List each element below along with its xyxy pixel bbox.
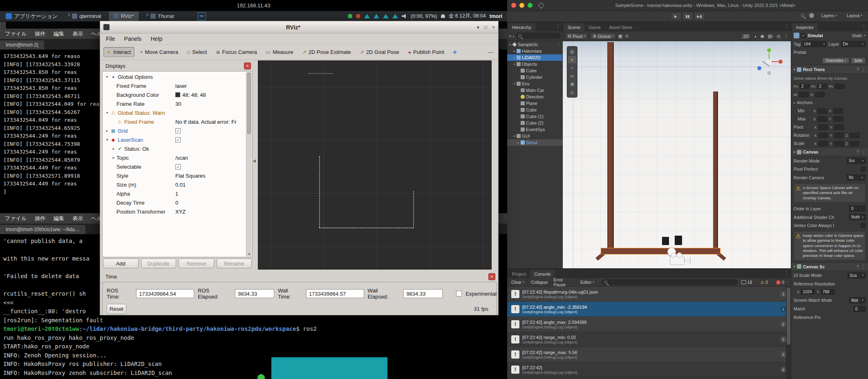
order-in-layer-field[interactable]: 0 — [849, 205, 866, 212]
select-button[interactable]: Sele — [851, 58, 866, 64]
taskbar-button-qterminal[interactable]: 2qterminal — [63, 12, 105, 21]
tool-measure[interactable]: ▭Measure — [262, 47, 297, 57]
menu-item-[interactable]: 表示 — [72, 215, 83, 222]
pos-z-field[interactable] — [835, 84, 845, 89]
menu-item-[interactable]: 操作 — [35, 215, 45, 222]
clock[interactable]: 金 6 12月, 08:04 — [449, 13, 486, 20]
layers-dropdown[interactable]: Layers▾ — [819, 13, 839, 18]
menu-item-[interactable]: 編集 — [54, 215, 64, 222]
displays-row-fixed-frame[interactable]: Fixed Framelaser — [103, 81, 252, 90]
console-entry[interactable]: ![07:22:42] filepath=urg-04lx-ug01.jsonU… — [507, 287, 791, 302]
expander-icon[interactable]: ▸ — [104, 129, 110, 133]
editor-dropdown[interactable]: Editor▾ — [578, 279, 597, 285]
remove-button[interactable]: Remove — [179, 259, 214, 268]
menu-item-file[interactable]: File — [106, 36, 115, 42]
hierarchy-item-plane[interactable]: Plane — [507, 100, 562, 107]
background-window-edge[interactable] — [0, 22, 6, 31]
max-x-field[interactable] — [817, 116, 827, 122]
background-teal-window[interactable] — [271, 357, 387, 379]
expander-icon[interactable]: ▸ — [516, 141, 521, 145]
gizmo-center-icon[interactable] — [767, 59, 772, 64]
reset-button[interactable]: Reset — [107, 304, 126, 314]
account-icon[interactable] — [809, 13, 814, 18]
panel-menu-icon[interactable]: ⋮ — [784, 24, 789, 29]
layout-dropdown[interactable]: Layout▾ — [844, 13, 865, 18]
tab-inspector[interactable]: Inspector — [792, 23, 818, 31]
scrollbar-down-icon[interactable]: ▼ — [246, 252, 252, 256]
toolbar-handle-icon[interactable]: — — [488, 49, 495, 55]
expander-icon[interactable]: ▾ — [512, 62, 517, 66]
console-entry[interactable]: ![07:22:42] range_max: 5.56UnityEngine.D… — [507, 347, 791, 362]
vertex-color-checkbox[interactable] — [861, 223, 866, 228]
item-menu-icon[interactable]: ⋮ — [557, 42, 561, 47]
height-field[interactable] — [815, 92, 825, 97]
layer-dropdown[interactable]: De▾ — [841, 41, 866, 47]
notification-bell-icon[interactable] — [441, 14, 445, 18]
match-field[interactable]: 0 — [853, 306, 866, 312]
ros-time-field[interactable]: 1733439864.54 — [136, 289, 194, 298]
expander-icon[interactable]: ▾ — [104, 138, 110, 142]
rotation-y-field[interactable] — [834, 133, 844, 138]
min-x-field[interactable] — [817, 108, 827, 114]
property-value[interactable]: ✓ — [175, 128, 245, 134]
expander-icon[interactable]: ▸ — [512, 49, 517, 53]
displays-row-style[interactable]: StyleFlat Squares — [103, 171, 252, 180]
error-count[interactable]: !0 — [774, 279, 787, 285]
volume-icon[interactable] — [402, 14, 407, 18]
property-value[interactable]: ✓ — [175, 137, 245, 143]
gizmo-x-axis-icon[interactable] — [778, 59, 783, 64]
camera-settings-icon[interactable]: ⋮ — [784, 33, 788, 39]
hierarchy-item-objects[interactable]: ▾Objects — [507, 61, 562, 67]
menu-item-[interactable]: 表示 — [72, 30, 83, 38]
console-entry[interactable]: ![07:22:42] angle_max: 2.094395UnityEngi… — [507, 317, 791, 332]
mac-zoom-button[interactable] — [528, 3, 532, 8]
battery-status[interactable]: (0:00, 97%) — [411, 13, 437, 19]
wifi-icon[interactable] — [374, 14, 379, 18]
displays-row-topic[interactable]: ▸Topic/scan — [103, 153, 252, 162]
expander-icon[interactable]: ▸ — [512, 56, 517, 60]
active-checkbox[interactable]: ✓ — [801, 33, 806, 38]
mode-2d-button[interactable]: 2D — [740, 33, 751, 40]
camera-gizmo[interactable] — [670, 256, 685, 265]
ref-x-field[interactable]: 1024 — [801, 289, 815, 294]
taskbar-button-rviz[interactable]: RViz* — [109, 12, 139, 21]
scene-wall-selected[interactable] — [601, 248, 720, 254]
displays-row-status-ok[interactable]: ▸✔Status: Ok — [103, 144, 252, 153]
gizmo-y-axis-icon[interactable] — [767, 48, 772, 53]
displays-row-grid[interactable]: ▸▦Grid✓ — [103, 126, 252, 135]
hierarchy-item-cube-2[interactable]: Cube (2) — [507, 120, 562, 126]
rotate-tool-icon[interactable]: ○ — [568, 64, 576, 71]
expander-icon[interactable]: ▾ — [104, 75, 110, 79]
expander-icon[interactable]: ▸ — [111, 156, 116, 160]
displays-row-size-m[interactable]: Size (m)0.01 — [103, 180, 252, 189]
collapse-button[interactable]: Collapse — [529, 279, 550, 285]
hierarchy-item-eventsys[interactable]: EventSys — [507, 126, 562, 133]
scale-z-field[interactable] — [850, 141, 859, 146]
hierarchy-item-hakoniwa[interactable]: ▸Hakoniwa — [507, 48, 562, 54]
panel-menu-icon[interactable]: ⋮ — [784, 270, 789, 276]
checkbox[interactable]: ✓ — [175, 164, 181, 169]
rect-tool-icon[interactable]: ⊞ — [568, 80, 576, 88]
console-entry[interactable]: ![07:22:42] range_min: 0.02UnityEngine.D… — [507, 332, 791, 347]
tool-select[interactable]: □Select — [183, 47, 210, 57]
property-value[interactable]: Flat Squares — [175, 173, 245, 179]
tag-dropdown[interactable]: Unt▾ — [802, 41, 827, 47]
rect-transform-header[interactable]: ▾ Rect Trans ?⋮ — [791, 65, 868, 74]
add-button[interactable]: Add — [103, 259, 139, 268]
visibility-icon[interactable]: ◎ — [776, 33, 781, 39]
maximize-button[interactable]: □ — [484, 25, 487, 30]
hierarchy-item-simul[interactable]: ▸Simul — [507, 139, 562, 146]
hierarchy-item-main-car[interactable]: Main Car — [507, 87, 562, 94]
rotation-x-field[interactable] — [818, 133, 828, 138]
wifi-icon[interactable] — [364, 14, 370, 18]
displays-row-fixed-frame[interactable]: ⚠Fixed FrameNo tf data. Actual error: Fr — [103, 117, 252, 126]
tool-move-camera[interactable]: +Move Camera — [136, 47, 182, 57]
audio-icon[interactable]: ◉ — [761, 33, 765, 39]
additional-shader-dropdown[interactable]: Noth▾ — [849, 214, 866, 220]
scale-tool-icon[interactable]: ▭ — [568, 72, 576, 80]
global-dropdown[interactable]: ⊕Global▾ — [590, 33, 616, 40]
displays-row-laserscan[interactable]: ▾◆LaserScan✓ — [103, 135, 252, 144]
screen-match-mode-dropdown[interactable]: Mat▾ — [849, 297, 866, 303]
dock-green-icon[interactable] — [257, 374, 265, 379]
menu-item-help[interactable]: Help — [150, 36, 162, 42]
